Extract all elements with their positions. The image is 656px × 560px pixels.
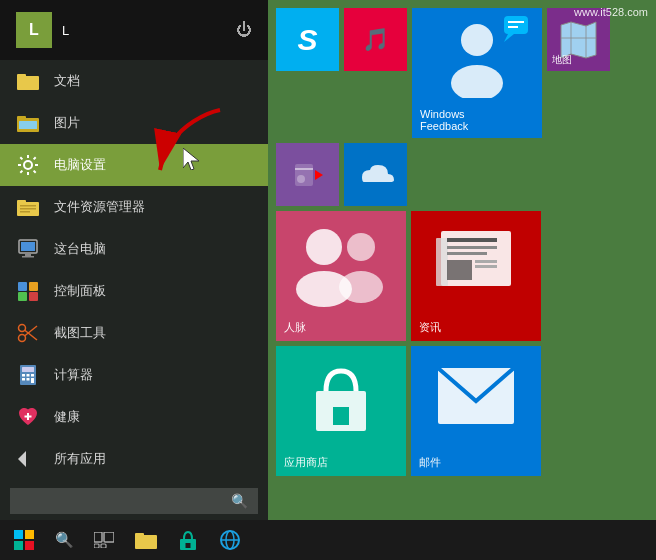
- menu-label-settings: 电脑设置: [54, 156, 106, 174]
- svg-rect-24: [22, 367, 34, 372]
- tile-feedback-label2: Feedback: [420, 120, 468, 132]
- menu-label-control: 控制面板: [54, 282, 106, 300]
- svg-rect-9: [20, 208, 36, 210]
- svg-rect-57: [333, 407, 349, 425]
- scissors-icon: [16, 321, 40, 345]
- svg-rect-50: [447, 238, 497, 242]
- user-info: L L: [16, 12, 69, 48]
- tiles-panel: S 🎵: [268, 0, 656, 520]
- svg-rect-40: [295, 164, 313, 186]
- taskbar-search-button[interactable]: 🔍: [46, 520, 82, 560]
- svg-rect-64: [25, 541, 34, 550]
- svg-rect-65: [94, 532, 102, 542]
- svg-rect-39: [508, 26, 518, 28]
- svg-rect-66: [104, 532, 114, 542]
- taskbar: 🔍: [0, 520, 656, 560]
- tile-row-3: 人脉 资讯: [276, 211, 648, 341]
- svg-rect-25: [22, 374, 25, 377]
- svg-rect-26: [27, 374, 30, 377]
- svg-rect-30: [31, 378, 34, 383]
- taskbar-store[interactable]: [168, 520, 208, 560]
- watermark: www.it528.com: [574, 6, 648, 18]
- search-icon[interactable]: 🔍: [231, 493, 248, 509]
- menu-item-control[interactable]: 控制面板: [0, 270, 268, 312]
- svg-rect-51: [447, 246, 497, 249]
- svg-rect-41: [295, 168, 313, 170]
- menu-label-docs: 文档: [54, 72, 80, 90]
- tile-news[interactable]: 资讯: [411, 211, 541, 341]
- menu-label-snipping: 截图工具: [54, 324, 106, 342]
- tile-feedback[interactable]: Windows Feedback: [412, 8, 542, 138]
- svg-rect-29: [27, 378, 30, 381]
- tile-skype[interactable]: S: [276, 8, 339, 71]
- svg-marker-43: [315, 170, 323, 180]
- tile-music[interactable]: 🎵: [344, 8, 407, 71]
- menu-item-allapps[interactable]: 所有应用: [0, 438, 268, 480]
- search-input[interactable]: [20, 494, 223, 509]
- svg-rect-12: [21, 242, 35, 251]
- menu-item-health[interactable]: 健康: [0, 396, 268, 438]
- svg-marker-33: [18, 451, 26, 467]
- tile-onedrive[interactable]: [344, 143, 407, 206]
- svg-rect-15: [18, 282, 27, 291]
- svg-rect-36: [504, 16, 528, 34]
- svg-rect-52: [447, 252, 487, 255]
- search-bar[interactable]: 🔍: [10, 488, 258, 514]
- tile-mail-label: 邮件: [419, 455, 441, 470]
- svg-rect-3: [17, 116, 26, 121]
- search-icon: 🔍: [55, 531, 74, 549]
- svg-rect-55: [475, 265, 497, 268]
- folder-image-icon: [16, 111, 40, 135]
- svg-rect-14: [22, 256, 34, 258]
- taskbar-explorer[interactable]: [126, 520, 166, 560]
- svg-rect-10: [20, 211, 30, 213]
- svg-rect-67: [94, 544, 99, 548]
- svg-rect-7: [17, 200, 26, 205]
- power-icon[interactable]: ⏻: [236, 21, 252, 39]
- menu-label-health: 健康: [54, 408, 80, 426]
- tile-row-4: 应用商店 邮件: [276, 346, 648, 476]
- menu-item-calc[interactable]: 计算器: [0, 354, 268, 396]
- menu-item-docs[interactable]: 文档: [0, 60, 268, 102]
- svg-rect-63: [14, 541, 23, 550]
- svg-rect-61: [14, 530, 23, 539]
- settings-icon: [16, 153, 40, 177]
- taskbar-taskview[interactable]: [84, 520, 124, 560]
- svg-rect-54: [475, 260, 497, 263]
- menu-item-thispc[interactable]: 这台电脑: [0, 228, 268, 270]
- menu-label-explorer: 文件资源管理器: [54, 198, 145, 216]
- menu-item-settings[interactable]: 电脑设置: [0, 144, 268, 186]
- taskbar-start-button[interactable]: [4, 520, 44, 560]
- svg-rect-18: [29, 292, 38, 301]
- svg-rect-38: [508, 21, 524, 23]
- tiles-grid: S 🎵: [268, 0, 656, 520]
- svg-rect-27: [31, 374, 34, 377]
- control-panel-icon: [16, 279, 40, 303]
- svg-point-34: [461, 24, 493, 56]
- tile-video[interactable]: [276, 143, 339, 206]
- tile-people[interactable]: 人脉: [276, 211, 406, 341]
- menu-items-list: 文档 图片: [0, 60, 268, 522]
- tile-row-1: S 🎵: [276, 8, 648, 138]
- tile-mail[interactable]: 邮件: [411, 346, 541, 476]
- svg-rect-8: [20, 205, 36, 207]
- svg-rect-72: [186, 543, 191, 548]
- svg-rect-70: [135, 533, 144, 538]
- taskbar-browser[interactable]: [210, 520, 250, 560]
- username: L: [62, 23, 69, 38]
- avatar[interactable]: L: [16, 12, 52, 48]
- user-header: L L ⏻: [0, 0, 268, 60]
- menu-item-snipping[interactable]: 截图工具: [0, 312, 268, 354]
- tile-news-label: 资讯: [419, 320, 441, 335]
- music-icon: 🎵: [362, 27, 389, 53]
- menu-label-pics: 图片: [54, 114, 80, 132]
- menu-item-pics[interactable]: 图片: [0, 102, 268, 144]
- svg-rect-4: [19, 121, 37, 129]
- svg-rect-17: [18, 292, 27, 301]
- skype-icon: S: [297, 23, 317, 57]
- svg-rect-13: [25, 253, 31, 256]
- menu-item-explorer[interactable]: 文件资源管理器: [0, 186, 268, 228]
- svg-marker-37: [504, 34, 514, 42]
- svg-rect-28: [22, 378, 25, 381]
- tile-store[interactable]: 应用商店: [276, 346, 406, 476]
